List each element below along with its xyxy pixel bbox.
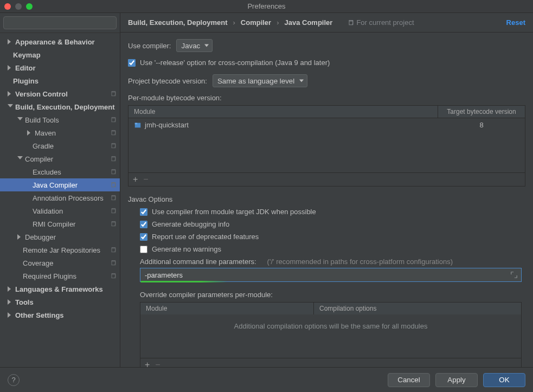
target-cell[interactable]: 8 <box>438 121 525 129</box>
module-cell: jmh-quickstart <box>129 121 438 129</box>
use-compiler-select[interactable]: Javac <box>176 39 213 52</box>
copy-icon <box>110 169 117 175</box>
dialog-footer: ? Cancel Apply OK <box>0 367 533 392</box>
project-bytecode-select[interactable]: Same as language level <box>213 74 307 87</box>
sidebar-item-required-plugins[interactable]: Required Plugins <box>0 269 120 282</box>
col-comp-opts[interactable]: Compilation options <box>314 303 521 314</box>
sidebar-item-gradle[interactable]: Gradle <box>0 139 120 152</box>
help-button[interactable]: ? <box>8 374 20 386</box>
search-input[interactable] <box>3 16 117 29</box>
add-button-2[interactable]: + <box>145 361 150 367</box>
for-current-project: For current project <box>348 18 414 27</box>
sidebar-item-editor[interactable]: Editor <box>0 61 120 74</box>
chevron-right-icon <box>8 286 13 292</box>
params-input[interactable] <box>145 271 507 279</box>
expand-icon[interactable] <box>510 271 518 279</box>
crumb-1[interactable]: Compiler <box>241 18 271 27</box>
svg-rect-17 <box>135 123 137 124</box>
sidebar-item-label: Validation <box>33 207 63 215</box>
sidebar-item-label: Java Compiler <box>33 181 78 189</box>
chevron-right-icon <box>17 234 23 240</box>
svg-rect-3 <box>112 118 115 122</box>
table-row[interactable]: jmh-quickstart8 <box>129 118 525 132</box>
chevron-right-icon: › <box>233 18 235 27</box>
add-button[interactable]: + <box>133 175 138 184</box>
sidebar-item-label: Remote Jar Repositories <box>23 246 100 254</box>
chevron-down-icon <box>17 156 23 162</box>
sidebar-item-languages-frameworks[interactable]: Languages & Frameworks <box>0 282 120 295</box>
module-icon <box>134 121 142 129</box>
breadcrumb: Build, Execution, Deployment › Compiler … <box>128 18 332 27</box>
sidebar-item-tools[interactable]: Tools <box>0 295 120 309</box>
sidebar-item-label: Required Plugins <box>23 272 76 280</box>
sidebar-item-excludes[interactable]: Excludes <box>0 165 120 178</box>
override-empty-msg: Additional compilation options will be t… <box>140 314 521 338</box>
remove-button: − <box>143 175 148 184</box>
opt-debug-checkbox[interactable] <box>140 221 147 228</box>
remove-button-2: − <box>155 361 160 367</box>
sidebar-item-validation[interactable]: Validation <box>0 204 120 217</box>
sidebar-item-appearance-behavior[interactable]: Appearance & Behavior <box>0 35 120 48</box>
sidebar-item-debugger[interactable]: Debugger <box>0 230 120 243</box>
release-option-checkbox[interactable] <box>128 59 136 67</box>
sidebar-item-annotation-processors[interactable]: Annotation Processors <box>0 191 120 204</box>
window-title: Preferences <box>0 2 533 10</box>
opt-nowarn-checkbox[interactable] <box>140 246 147 253</box>
opt-debug-label: Generate debugging info <box>152 220 229 228</box>
per-module-label: Per-module bytecode version: <box>128 94 525 102</box>
copy-icon <box>110 156 117 162</box>
sidebar-item-label: Version Control <box>15 90 68 98</box>
copy-icon <box>110 260 117 266</box>
copy-icon <box>110 91 117 97</box>
sidebar-item-keymap[interactable]: Keymap <box>0 48 120 61</box>
crumb-0[interactable]: Build, Execution, Deployment <box>128 18 227 27</box>
copy-icon <box>110 143 117 149</box>
sidebar-item-remote-jar-repositories[interactable]: Remote Jar Repositories <box>0 243 120 256</box>
project-bytecode-label: Project bytecode version: <box>128 77 207 85</box>
opt-from-module-checkbox[interactable] <box>140 208 147 216</box>
sidebar-item-label: Appearance & Behavior <box>15 38 95 46</box>
breadcrumb-bar: Build, Execution, Deployment › Compiler … <box>120 13 533 33</box>
svg-rect-2 <box>112 92 115 96</box>
sidebar-item-build-execution-deployment[interactable]: Build, Execution, Deployment <box>0 100 120 113</box>
sidebar-item-label: Maven <box>35 129 56 137</box>
sidebar-item-maven[interactable]: Maven <box>0 126 120 139</box>
sidebar-item-rmi-compiler[interactable]: RMI Compiler <box>0 217 120 230</box>
apply-button[interactable]: Apply <box>435 373 478 387</box>
opt-deprecated-checkbox[interactable] <box>140 233 147 241</box>
sidebar-item-java-compiler[interactable]: Java Compiler <box>0 178 120 191</box>
col-module[interactable]: Module <box>129 106 438 118</box>
sidebar-item-build-tools[interactable]: Build Tools <box>0 113 120 126</box>
use-compiler-label: Use compiler: <box>128 42 171 50</box>
params-label: Additional command line parameters: <box>140 258 256 266</box>
sidebar-item-coverage[interactable]: Coverage <box>0 256 120 269</box>
copy-icon <box>110 247 117 253</box>
sidebar-item-label: RMI Compiler <box>33 220 75 228</box>
cancel-button[interactable]: Cancel <box>388 373 430 387</box>
chevron-down-icon <box>17 117 23 123</box>
chevron-right-icon <box>8 312 13 318</box>
sidebar-item-label: Compiler <box>25 155 53 163</box>
chevron-right-icon: › <box>277 18 279 27</box>
sidebar-item-compiler[interactable]: Compiler <box>0 152 120 165</box>
reset-link[interactable]: Reset <box>506 18 525 27</box>
settings-tree[interactable]: Appearance & BehaviorKeymapEditorPlugins… <box>0 33 120 367</box>
sidebar-item-label: Tools <box>15 298 34 306</box>
sidebar-item-plugins[interactable]: Plugins <box>0 74 120 87</box>
copy-icon <box>348 20 354 26</box>
sidebar-item-label: Build Tools <box>25 116 59 124</box>
sidebar-item-other-settings[interactable]: Other Settings <box>0 309 120 322</box>
crumb-2: Java Compiler <box>285 18 333 27</box>
col-module-2[interactable]: Module <box>140 303 314 314</box>
sidebar-item-label: Plugins <box>13 77 38 85</box>
ok-button[interactable]: OK <box>483 373 525 387</box>
sidebar-item-version-control[interactable]: Version Control <box>0 87 120 100</box>
copy-icon <box>110 221 117 227</box>
copy-icon <box>110 195 117 201</box>
chevron-down-icon <box>8 104 13 110</box>
col-target[interactable]: Target bytecode version <box>438 106 525 118</box>
sidebar: Appearance & BehaviorKeymapEditorPlugins… <box>0 13 120 367</box>
copy-icon <box>110 273 117 279</box>
settings-panel: Use compiler: Javac Use '--release' opti… <box>120 33 533 367</box>
chevron-right-icon <box>27 130 33 136</box>
